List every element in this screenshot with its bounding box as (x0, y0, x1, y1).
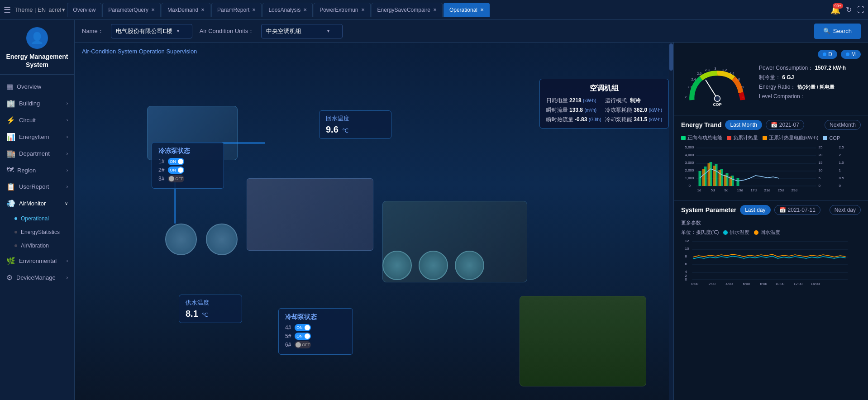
pump-2-toggle[interactable]: ON (168, 167, 184, 174)
pump-6-toggle[interactable]: OFF (295, 341, 311, 348)
return-temp-value: 9.6 ℃ (326, 124, 385, 135)
legend-dot-blue (823, 136, 827, 140)
sidebar-item-userreport[interactable]: 📋 UserReport › (0, 178, 74, 195)
scroll-thumb[interactable] (669, 43, 673, 71)
chevron-right-icon: › (67, 275, 68, 280)
sidebar-sub-airvibration[interactable]: AirVibration (0, 239, 74, 252)
sidebar-item-environmental[interactable]: 🌿 Environmental › (0, 252, 74, 269)
next-day-button[interactable]: Next day (830, 205, 861, 215)
fullscreen-button[interactable]: ⛶ (857, 6, 864, 14)
sidebar-item-region[interactable]: 🗺 Region › (0, 162, 74, 178)
notification-badge: 99+ (833, 3, 843, 9)
pump-5-toggle[interactable]: ON (295, 333, 311, 340)
chevron-down-icon: ▾ (327, 29, 329, 33)
sidebar-item-energyitem[interactable]: 📊 EnergyItem › (0, 129, 74, 145)
name-select[interactable]: 电气股份有限公司E楼 ▾ (111, 24, 192, 38)
ac-unit-info-panel: 空调机组 日耗电量 2218 (kW·h) 运行模式 制冷 (539, 79, 669, 129)
svg-text:4: 4 (685, 270, 687, 274)
scene-background: Air-Condition System Operation Supervisi… (75, 43, 673, 400)
tab-close-paramreport[interactable]: ✕ (252, 7, 256, 12)
refresh-button[interactable]: ↻ (846, 5, 852, 14)
airmonitor-icon: 💨 (6, 199, 15, 208)
tab-paramreport[interactable]: ParamReport ✕ (211, 3, 262, 17)
search-button[interactable]: 🔍 Search (814, 24, 861, 39)
svg-text:1.5: 1.5 (839, 161, 844, 165)
svg-line-11 (706, 80, 717, 99)
pump-4-toggle[interactable]: ON (295, 324, 311, 331)
svg-text:5d: 5d (711, 188, 715, 192)
sidebar-item-airmonitor[interactable]: 💨 AirMonitor ∨ (0, 195, 74, 212)
tab-powerextremun[interactable]: PowerExtremun ✕ (314, 3, 370, 17)
svg-text:3: 3 (715, 67, 716, 71)
svg-text:0: 0 (685, 277, 687, 281)
sidebar-item-department[interactable]: 🏬 Department › (0, 145, 74, 162)
sidebar: 👤 Energy Management System ▦ Overview 🏢 … (0, 20, 75, 400)
return-temp-box: 回水温度 9.6 ℃ (319, 110, 391, 139)
last-month-button[interactable]: Last Month (725, 120, 762, 130)
sidebar-item-building[interactable]: 🏢 Building › (0, 95, 74, 112)
tab-maxdemand[interactable]: MaxDemand ✕ (162, 3, 210, 17)
toggle-m-button[interactable]: M (841, 50, 861, 59)
svg-text:2.8: 2.8 (705, 68, 710, 72)
tab-energysave[interactable]: EnergySaveCompaire ✕ (372, 3, 443, 17)
pump-5 (455, 251, 484, 280)
pump-3-toggle[interactable]: OFF (168, 175, 184, 182)
energyitem-icon: 📊 (6, 133, 15, 141)
scrollbar[interactable] (669, 43, 673, 400)
tab-close-operational[interactable]: ✕ (480, 7, 484, 12)
svg-text:5: 5 (819, 176, 821, 180)
tab-close-powerextremun[interactable]: ✕ (361, 7, 365, 12)
pump-row-5: 5# ON (285, 333, 346, 340)
sidebar-item-circuit[interactable]: ⚡ Circuit › (0, 112, 74, 129)
notification-button[interactable]: 🔔 99+ (830, 5, 840, 15)
svg-text:0.5: 0.5 (839, 176, 844, 180)
svg-text:25: 25 (819, 145, 823, 149)
energy-trand-legend: 正向有功总电能 负累计热量 正累计热量电能(kW·h) (674, 133, 868, 144)
right-scroll-area[interactable]: D M 2 (674, 43, 868, 400)
main-layout: 👤 Energy Management System ▦ Overview 🏢 … (0, 20, 868, 400)
last-day-button[interactable]: Last day (740, 205, 770, 215)
acrel-button[interactable]: acrel ▾ (48, 6, 65, 13)
svg-point-12 (715, 95, 720, 101)
tab-overview[interactable]: Overview (67, 3, 101, 17)
sidebar-item-devicemanage[interactable]: ⚙ DeviceManage › (0, 269, 74, 286)
tab-close-parameterquery[interactable]: ✕ (151, 7, 155, 12)
svg-text:20: 20 (819, 153, 823, 157)
svg-text:COP: COP (713, 102, 721, 107)
calendar-icon: 📅 (779, 207, 786, 213)
energy-trand-date: 📅 2021-07 (766, 120, 804, 130)
tab-loosanalysis[interactable]: LoosAnalysis ✕ (262, 3, 313, 17)
theme-label: Theme | EN (14, 6, 46, 13)
tab-close-maxdemand[interactable]: ✕ (201, 7, 205, 12)
sidebar-sub-energystatistics[interactable]: EnergyStatistics (0, 225, 74, 239)
tab-parameterquery[interactable]: ParameterQuery ✕ (102, 3, 161, 17)
tab-operational[interactable]: Operational ✕ (444, 3, 490, 17)
sidebar-brand: 👤 Energy Management System (0, 20, 74, 75)
toggle-d-button[interactable]: D (818, 50, 837, 59)
svg-text:1,000: 1,000 (685, 176, 695, 180)
building-icon: 🏢 (6, 99, 15, 108)
energy-trand-section: Energy Trand Last Month 📅 2021-07 NextMo… (674, 115, 868, 200)
air-condition-select[interactable]: 中央空调机组 ▾ (261, 24, 343, 38)
next-month-button[interactable]: NextMonth (825, 120, 861, 130)
right-panel: D M 2 (673, 43, 868, 400)
system-parameter-svg: 12 10 8 6 4 2 0 (681, 238, 861, 287)
sidebar-sub-operational[interactable]: Operational (0, 212, 74, 225)
svg-text:1d: 1d (697, 188, 701, 192)
pump-4 (419, 251, 448, 280)
hamburger-button[interactable]: ☰ (4, 5, 11, 15)
pump-row-3: 3# OFF (158, 175, 217, 182)
toggle-m-dot (846, 52, 849, 56)
tab-close-loosanalysis[interactable]: ✕ (303, 7, 307, 12)
sidebar-item-overview[interactable]: ▦ Overview (0, 78, 74, 95)
legend-item-2: 正累计热量电能(kW·h) (763, 134, 818, 141)
svg-rect-48 (713, 166, 716, 186)
svg-text:6:00: 6:00 (743, 282, 750, 286)
gauge-section: D M 2 (674, 43, 868, 115)
svg-text:4,000: 4,000 (685, 153, 695, 157)
energy-trand-title: Energy Trand (681, 121, 721, 129)
pump-1-toggle[interactable]: ON (168, 158, 184, 165)
tab-close-energysave[interactable]: ✕ (433, 7, 437, 12)
gauge-row: 2 2.2 2.4 2.6 2.8 3 3.2 3.4 3.6 3.8 (681, 62, 861, 108)
legend-dot-orange (763, 136, 767, 140)
